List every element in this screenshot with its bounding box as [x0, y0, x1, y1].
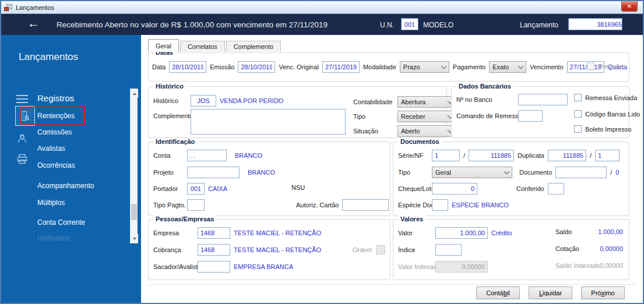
comando-remessa-label: Comando de Remessa — [456, 112, 515, 119]
liquidar-button[interactable]: Liquidar — [529, 287, 572, 299]
historico-code-input[interactable] — [191, 95, 216, 107]
group-identificacao: Identificação Conta BRANCO Projeto BRANC… — [148, 142, 390, 216]
complemento-textarea[interactable] — [191, 109, 346, 135]
slash: / — [610, 169, 612, 176]
sidebar-item-avalistas[interactable]: Avalistas — [37, 144, 65, 153]
emissao-input[interactable] — [238, 61, 275, 73]
ordem-label: Ordem — [353, 246, 372, 253]
especie-doc-input[interactable] — [432, 199, 448, 211]
duplicata-input[interactable] — [548, 150, 586, 161]
saldo-value: 1.000,00 — [598, 228, 623, 235]
lancamento-number-input[interactable] — [568, 18, 622, 30]
proximo-button[interactable]: Próximo — [581, 287, 625, 299]
valor-indexado-input — [435, 261, 488, 273]
cobranca-input[interactable] — [198, 244, 230, 256]
comando-remessa-input[interactable] — [518, 110, 543, 122]
especie-doc-label: Espécie Doc. — [398, 202, 428, 208]
main-content: Geral Correlatos Complemento Datas Data … — [141, 35, 644, 303]
scrollbar-thumb[interactable] — [131, 204, 137, 220]
data-input[interactable] — [169, 61, 206, 73]
sacador-avalista-input[interactable] — [198, 261, 230, 273]
tab-strip: Geral Correlatos Complemento — [148, 39, 282, 52]
boleto-impresso-checkbox[interactable] — [574, 125, 582, 133]
cheque-lote-input[interactable] — [432, 183, 477, 195]
sidebar-scrollbar[interactable] — [130, 89, 138, 243]
tab-correlatos[interactable]: Correlatos — [180, 41, 225, 52]
documento-label: Documento — [519, 169, 552, 176]
contabil-button[interactable]: Contábil — [476, 287, 520, 299]
tipo-pagto-label: Tipo Pagto. — [153, 202, 184, 208]
back-arrow-icon[interactable]: ← — [27, 16, 40, 30]
sidebar-section-registros[interactable]: Registros — [37, 93, 74, 103]
situacao-select[interactable]: Aberto — [397, 125, 456, 137]
contabilidade-select[interactable]: Abertura — [397, 96, 456, 108]
documento-input[interactable] — [555, 167, 607, 178]
projeto-input[interactable] — [187, 167, 240, 178]
remessa-enviada-checkbox[interactable] — [574, 94, 582, 101]
group-valores: Valores Valor Crédito Saldo 1.000,00 Índ… — [393, 219, 629, 280]
empresa-input[interactable] — [198, 227, 230, 239]
saldo-indexado-value: 0,00000 — [600, 262, 623, 269]
valor-input[interactable] — [435, 227, 488, 239]
nf-input[interactable] — [469, 150, 514, 161]
app-window: Lançamentos ✕ ← Recebimento Aberto no va… — [0, 0, 644, 304]
serie-nf-label: Série/NF — [398, 152, 428, 159]
codigo-barras-checkbox[interactable] — [574, 110, 582, 118]
slash: / — [590, 152, 592, 159]
complemento-label: Complemento — [153, 112, 187, 119]
group-pessoas-title: Pessoas/Empresas — [153, 215, 216, 222]
autoriz-cartao-input[interactable] — [342, 199, 389, 211]
historico-label: Histórico — [153, 97, 187, 104]
lancamento-label: Lançamento — [520, 21, 558, 29]
chevron-down-icon — [441, 63, 446, 69]
tipo-select[interactable]: Receber — [397, 111, 456, 122]
sacador-avalista-desc: EMPRESA BRANCA — [234, 263, 293, 270]
remessa-enviada-label: Remessa Enviada — [585, 94, 637, 101]
conta-input[interactable] — [187, 150, 227, 161]
tab-complemento[interactable]: Complemento — [226, 41, 281, 52]
scroll-down-icon[interactable] — [131, 234, 138, 243]
person-icon[interactable] — [16, 133, 28, 144]
codigo-barras-label: Código Barras Lido — [585, 111, 640, 118]
sidebar-item-comissoes[interactable]: Comissões — [37, 128, 72, 136]
sidebar-title: Lançamentos — [19, 51, 78, 63]
app-form-icon — [4, 4, 12, 11]
pagamento-label: Pagamento — [453, 63, 485, 70]
previsao-label: Previsão — [598, 63, 623, 70]
sidebar-item-acompanhamento[interactable]: Acompanhamento — [37, 182, 94, 190]
sidebar-item-multiplos[interactable]: Múltiplos — [37, 199, 65, 207]
pagamento-select[interactable]: Exato — [489, 61, 526, 73]
printer-icon[interactable] — [16, 153, 28, 165]
portador-desc: CAIXA — [208, 185, 227, 192]
indice-label: Índice — [398, 246, 432, 253]
conferido-input[interactable] — [548, 183, 564, 195]
serie-input[interactable] — [432, 150, 460, 161]
footer-divider — [148, 284, 636, 285]
scroll-up-icon[interactable] — [131, 89, 138, 98]
duplicata-seq-input[interactable] — [595, 150, 620, 161]
tab-geral[interactable]: Geral — [148, 39, 179, 52]
record-header: ← Recebimento Aberto no valor de R$ 1.00… — [1, 14, 643, 35]
venc-original-input[interactable] — [322, 61, 360, 73]
cobranca-desc: TESTE MACIEL - RETENÇÃO — [234, 246, 321, 253]
title-bar[interactable]: Lançamentos ✕ — [1, 1, 643, 14]
un-input[interactable] — [401, 18, 418, 30]
valor-label: Valor — [398, 229, 432, 236]
num-banco-label: Nº no Banco — [456, 96, 515, 103]
doc-tipo-select[interactable]: Geral — [432, 167, 512, 178]
num-banco-input[interactable] — [518, 94, 568, 105]
chevron-down-icon — [504, 169, 510, 175]
tipo-pagto-input[interactable] — [187, 199, 205, 211]
chevron-down-icon — [518, 63, 524, 69]
sidebar-item-conta-corrente[interactable]: Conta Corrente — [37, 218, 85, 227]
close-icon[interactable]: ✕ — [621, 1, 638, 12]
indice-input[interactable] — [435, 244, 462, 256]
hamburger-menu-icon[interactable] — [16, 95, 28, 105]
modalidade-select[interactable]: Prazo — [400, 61, 449, 73]
group-dados-bancarios-title: Dados Bancários — [456, 83, 513, 90]
sidebar-item-ocorrencias[interactable]: Ocorrências — [37, 161, 75, 169]
tipo-label: Tipo — [353, 113, 394, 120]
valor-indexado-label: Valor Indexado — [398, 263, 432, 270]
portador-input[interactable] — [187, 183, 205, 195]
empresa-label: Empresa — [153, 229, 194, 236]
